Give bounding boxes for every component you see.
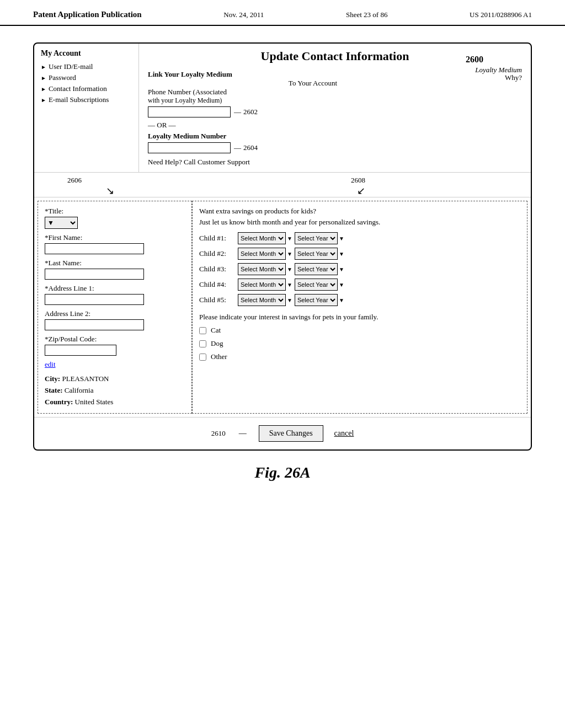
first-name-input[interactable] bbox=[45, 243, 144, 254]
dropdown-icon: ▼ bbox=[287, 251, 292, 257]
ref-2602: 2602 bbox=[243, 108, 258, 116]
pet-cat-option: Cat bbox=[199, 326, 520, 335]
arrow-icon: ► bbox=[41, 64, 46, 70]
zip-label: *Zip/Postal Code: bbox=[45, 335, 185, 344]
bottom-bar: 2610 — Save Changes cancel bbox=[34, 417, 531, 449]
address1-input[interactable] bbox=[45, 294, 144, 305]
save-button[interactable]: Save Changes bbox=[259, 425, 323, 442]
phone-sub: with your Loyalty Medium) bbox=[148, 97, 478, 105]
edit-link[interactable]: edit bbox=[45, 360, 185, 369]
dropdown-icon: ▼ bbox=[287, 235, 292, 242]
or-divider: — OR — bbox=[148, 121, 478, 130]
dropdown-icon: ▼ bbox=[339, 235, 344, 242]
arrow-icon: ► bbox=[41, 75, 46, 81]
first-name-label: *First Name: bbox=[45, 233, 185, 242]
ref-2604: 2604 bbox=[243, 143, 258, 152]
dropdown-icon: ▼ bbox=[339, 251, 344, 257]
address2-input[interactable] bbox=[45, 319, 144, 330]
child-2-year[interactable]: Select Year bbox=[295, 248, 338, 260]
cat-checkbox[interactable] bbox=[199, 327, 206, 334]
child-1-label: Child #1: bbox=[199, 234, 238, 243]
callout-2608: 2608 bbox=[351, 176, 365, 185]
page-header: Patent Application Publication Nov. 24, … bbox=[0, 0, 565, 26]
state-label: State: bbox=[45, 386, 63, 394]
sidebar-item-userid[interactable]: ► User ID/E-mail bbox=[41, 62, 132, 71]
publication-sheet: Sheet 23 of 86 bbox=[346, 10, 387, 19]
pets-section: Please indicate your interest in savings… bbox=[199, 313, 520, 361]
child-1-month[interactable]: Select Month bbox=[238, 232, 286, 244]
loyalty-medium-label: Loyalty Medium bbox=[475, 66, 522, 74]
loyalty-number-input[interactable] bbox=[148, 142, 231, 153]
callout-2606: 2606 bbox=[67, 176, 82, 185]
dropdown-icon: ▼ bbox=[339, 297, 344, 303]
address1-label: *Address Line 1: bbox=[45, 284, 185, 293]
child-4-month[interactable]: Select Month bbox=[238, 279, 286, 291]
dropdown-icon: ▼ bbox=[339, 266, 344, 272]
child-2-label: Child #2: bbox=[199, 249, 238, 258]
child-5-row: Child #5: Select Month ▼ Select Year ▼ bbox=[199, 294, 520, 306]
child-5-month[interactable]: Select Month bbox=[238, 294, 286, 306]
title-select[interactable]: ▼ Mr. Mrs. Ms. bbox=[45, 217, 78, 229]
phone-label: Phone Number (Associated bbox=[148, 88, 478, 97]
child-3-year[interactable]: Select Year bbox=[295, 263, 338, 275]
country-label: Country: bbox=[45, 398, 73, 406]
sidebar-item-password[interactable]: ► Password bbox=[41, 73, 132, 82]
zip-input[interactable] bbox=[45, 345, 116, 356]
dog-label: Dog bbox=[211, 339, 223, 348]
address2-field: Address Line 2: bbox=[45, 309, 185, 330]
last-name-label: *Last Name: bbox=[45, 259, 185, 267]
sidebar-item-label: User ID/E-mail bbox=[49, 62, 93, 71]
zip-field: *Zip/Postal Code: bbox=[45, 335, 185, 356]
dropdown-icon: ▼ bbox=[287, 282, 292, 288]
bottom-panels: *Title: ▼ Mr. Mrs. Ms. *First Name: *Las… bbox=[34, 197, 531, 417]
last-name-input[interactable] bbox=[45, 269, 144, 280]
child-3-month[interactable]: Select Month bbox=[238, 263, 286, 275]
need-help: Need Help? Call Customer Support bbox=[148, 158, 478, 167]
loyalty-number-label: Loyalty Medium Number bbox=[148, 132, 478, 141]
sidebar: My Account ► User ID/E-mail ► Password ►… bbox=[34, 44, 139, 172]
address2-label: Address Line 2: bbox=[45, 309, 185, 318]
city-label: City: bbox=[45, 374, 60, 383]
cancel-link[interactable]: cancel bbox=[334, 429, 354, 438]
child-4-year[interactable]: Select Year bbox=[295, 279, 338, 291]
callout-2610: 2610 bbox=[211, 429, 226, 438]
child-1-row: Child #1: Select Month ▼ Select Year ▼ bbox=[199, 232, 520, 244]
figure-caption: Fig. 26A bbox=[33, 464, 532, 481]
arrow-icon: ► bbox=[41, 86, 46, 92]
title-label: *Title: bbox=[45, 207, 185, 216]
savings-subtitle: Just let us know birth month and year fo… bbox=[199, 218, 520, 227]
title-field: *Title: ▼ Mr. Mrs. Ms. bbox=[45, 207, 185, 229]
savings-title: Want extra savings on products for kids? bbox=[199, 207, 520, 216]
publication-date: Nov. 24, 2011 bbox=[223, 10, 264, 19]
pet-other-option: Other bbox=[199, 352, 520, 361]
child-3-label: Child #3: bbox=[199, 265, 238, 274]
pet-dog-option: Dog bbox=[199, 339, 520, 348]
child-2-month[interactable]: Select Month bbox=[238, 248, 286, 260]
dropdown-icon: ▼ bbox=[287, 266, 292, 272]
sidebar-item-label: Password bbox=[49, 73, 76, 82]
city-value: PLEASANTON bbox=[62, 374, 109, 383]
right-panel: Want extra savings on products for kids?… bbox=[192, 201, 527, 414]
static-info: City: PLEASANTON State: California Count… bbox=[45, 373, 185, 408]
phone-input[interactable] bbox=[148, 106, 231, 117]
top-section: My Account ► User ID/E-mail ► Password ►… bbox=[34, 44, 531, 173]
publication-title: Patent Application Publication bbox=[33, 10, 142, 19]
sidebar-item-contact[interactable]: ► Contact Information bbox=[41, 84, 132, 93]
child-1-year[interactable]: Select Year bbox=[295, 232, 338, 244]
pets-title: Please indicate your interest in savings… bbox=[199, 313, 520, 322]
outer-box: My Account ► User ID/E-mail ► Password ►… bbox=[33, 42, 532, 451]
link-line2: To Your Account bbox=[148, 79, 478, 88]
arrow-right-icon: — bbox=[239, 429, 247, 438]
child-5-year[interactable]: Select Year bbox=[295, 294, 338, 306]
dog-checkbox[interactable] bbox=[199, 340, 206, 347]
left-panel: *Title: ▼ Mr. Mrs. Ms. *First Name: *Las… bbox=[38, 201, 192, 414]
sidebar-item-email-subs[interactable]: ► E-mail Subscriptions bbox=[41, 95, 132, 104]
publication-number: US 2011/0288906 A1 bbox=[470, 10, 532, 19]
last-name-field: *Last Name: bbox=[45, 259, 185, 280]
child-5-label: Child #5: bbox=[199, 296, 238, 304]
country-value: United States bbox=[75, 398, 114, 406]
first-name-field: *First Name: bbox=[45, 233, 185, 254]
dropdown-icon: ▼ bbox=[339, 282, 344, 288]
other-checkbox[interactable] bbox=[199, 354, 206, 361]
why-label: Why? bbox=[478, 73, 522, 82]
